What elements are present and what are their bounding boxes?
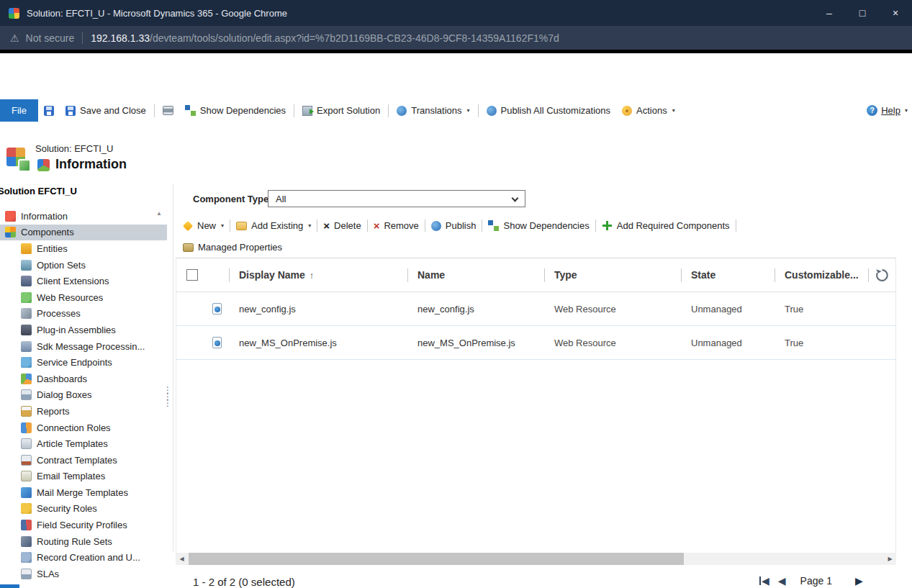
sidebar-item-reports[interactable]: Reports: [0, 403, 167, 420]
table-row[interactable]: new_MS_OnPremise.js new_MS_OnPremise.js …: [176, 326, 895, 360]
sidebar-item-label: Sdk Message Processin...: [37, 341, 145, 352]
column-header-name[interactable]: Name: [407, 258, 544, 291]
chevron-down-icon: ▾: [221, 222, 224, 229]
cell-text: Unmanaged: [691, 338, 742, 348]
column-label: Name: [417, 269, 445, 281]
previous-page-button[interactable]: ◀: [778, 575, 786, 587]
sidebar-item-article-templates[interactable]: Article Templates: [0, 435, 167, 452]
cell-spacer: [868, 326, 895, 359]
print-button[interactable]: [157, 99, 179, 122]
address-bar[interactable]: ⚠ Not secure 192.168.1.33/devteam/tools/…: [0, 26, 912, 50]
actions-button[interactable]: Actions ▾: [616, 99, 681, 122]
table-row[interactable]: new_config.js new_config.js Web Resource…: [176, 292, 895, 326]
sidebar-item-record-creation[interactable]: Record Creation and U...: [0, 549, 167, 566]
web-resource-icon: [212, 337, 222, 348]
save-button[interactable]: [38, 99, 60, 122]
not-secure-warning-icon[interactable]: ⚠: [10, 32, 19, 44]
sdk-message-processing-icon: [21, 341, 32, 352]
sidebar-item-slas[interactable]: SLAs: [0, 566, 167, 582]
sidebar-item-web-resources[interactable]: Web Resources: [0, 289, 167, 306]
sidebar-item-security-roles[interactable]: Security Roles: [0, 501, 167, 517]
pane-divider: [173, 184, 173, 552]
chevron-down-icon: [512, 195, 519, 202]
mail-merge-templates-icon: [21, 487, 32, 498]
sidebar-item-dashboards[interactable]: Dashboards: [0, 371, 167, 387]
minimize-button[interactable]: –: [813, 0, 846, 26]
column-header-state[interactable]: State: [681, 258, 775, 291]
breadcrumb: Solution: EFCTI_U: [35, 143, 113, 154]
sidebar-item-email-templates[interactable]: Email Templates: [0, 469, 167, 485]
sidebar-item-processes[interactable]: Processes: [0, 306, 167, 322]
cell-display-name[interactable]: new_config.js: [229, 292, 407, 325]
refresh-button[interactable]: [875, 268, 890, 283]
pane-splitter-handle[interactable]: ⋮ ⋮ ⋮: [163, 382, 172, 411]
add-existing-button[interactable]: Add Existing ▾: [230, 220, 317, 231]
publish-button[interactable]: Publish: [425, 220, 482, 231]
delete-button[interactable]: × Delete: [317, 220, 366, 231]
publish-icon: [431, 221, 441, 231]
components-icon: [5, 227, 16, 238]
column-header-display-name[interactable]: Display Name ↑: [229, 258, 407, 291]
new-button[interactable]: New ▾: [177, 220, 230, 231]
cell-text: True: [785, 338, 803, 348]
remove-button[interactable]: × Remove: [368, 220, 425, 231]
sidebar-item-information[interactable]: Information: [0, 208, 167, 225]
plug-in-assemblies-icon: [21, 325, 32, 335]
page-label: Page 1: [800, 575, 832, 587]
sidebar-item-label: Entities: [37, 243, 68, 254]
sidebar-item-connection-roles[interactable]: Connection Roles: [0, 420, 167, 436]
cell-type: Web Resource: [544, 292, 681, 325]
sidebar-item-field-security-profiles[interactable]: Field Security Profiles: [0, 517, 167, 533]
column-header-customizable[interactable]: Customizable...: [775, 258, 868, 291]
chevron-down-icon: ▾: [672, 107, 675, 114]
sidebar-item-label: Contract Templates: [37, 455, 117, 466]
cell-customizable: True: [775, 326, 868, 359]
sidebar-item-plug-in-assemblies[interactable]: Plug-in Assemblies: [0, 322, 167, 338]
cell-name: new_config.js: [407, 292, 544, 325]
sidebar-item-option-sets[interactable]: Option Sets: [0, 257, 167, 273]
column-header-type[interactable]: Type: [544, 258, 681, 291]
managed-properties-button[interactable]: Managed Properties: [177, 242, 288, 253]
show-dependencies-button[interactable]: Show Dependencies: [482, 220, 595, 231]
separator: [478, 104, 479, 117]
sidebar-item-contract-templates[interactable]: Contract Templates: [0, 452, 167, 469]
horizontal-scrollbar[interactable]: ◀ ▶: [176, 553, 896, 565]
next-page-button[interactable]: ▶: [855, 575, 863, 587]
close-button[interactable]: ×: [879, 0, 912, 26]
sidebar-item-components[interactable]: Components: [0, 225, 167, 241]
help-label: Help: [881, 105, 900, 116]
sidebar-list: Information Components Entities Option S…: [0, 208, 167, 582]
scroll-right-button[interactable]: ▶: [884, 553, 896, 565]
solution-icon: [6, 146, 31, 172]
sidebar-item-entities[interactable]: Entities: [0, 240, 167, 257]
publish-all-customizations-button[interactable]: Publish All Customizations: [481, 99, 616, 122]
component-type-select[interactable]: All: [268, 190, 525, 207]
column-label: Type: [554, 269, 577, 281]
export-solution-button[interactable]: Export Solution: [297, 99, 386, 122]
pager: ◀ ◀ Page 1 ▶: [759, 575, 863, 587]
splitter-dots-icon: ⋮: [163, 400, 172, 407]
translations-button[interactable]: Translations ▾: [391, 99, 475, 122]
delete-label: Delete: [334, 220, 361, 231]
sidebar-item-label: Processes: [37, 308, 81, 319]
file-tab[interactable]: File: [0, 99, 38, 122]
cell-display-name[interactable]: new_MS_OnPremise.js: [229, 326, 407, 359]
sidebar-item-client-extensions[interactable]: Client Extensions: [0, 273, 167, 289]
scrollbar-thumb[interactable]: [189, 553, 684, 565]
sidebar-item-dialog-boxes[interactable]: Dialog Boxes: [0, 387, 167, 404]
scroll-left-button[interactable]: ◀: [176, 553, 188, 565]
first-page-button[interactable]: ◀: [759, 575, 769, 587]
help-button[interactable]: ? Help ▾: [864, 99, 911, 122]
sidebar-item-service-endpoints[interactable]: Service Endpoints: [0, 354, 167, 371]
save-and-close-button[interactable]: Save and Close: [60, 99, 152, 122]
sidebar-item-sdk-message-processing[interactable]: Sdk Message Processin...: [0, 338, 167, 355]
sidebar-item-label: Reports: [37, 406, 70, 417]
sidebar-item-routing-rule-sets[interactable]: Routing Rule Sets: [0, 533, 167, 550]
show-dependencies-button[interactable]: Show Dependencies: [179, 99, 292, 122]
sidebar-item-mail-merge-templates[interactable]: Mail Merge Templates: [0, 484, 167, 501]
column-label: State: [691, 269, 715, 281]
add-required-components-button[interactable]: Add Required Components: [596, 220, 736, 231]
select-all-checkbox[interactable]: [186, 269, 198, 281]
sidebar: Solution EFCTI_U ▲ Information Component…: [0, 184, 167, 588]
maximize-button[interactable]: □: [846, 0, 879, 26]
